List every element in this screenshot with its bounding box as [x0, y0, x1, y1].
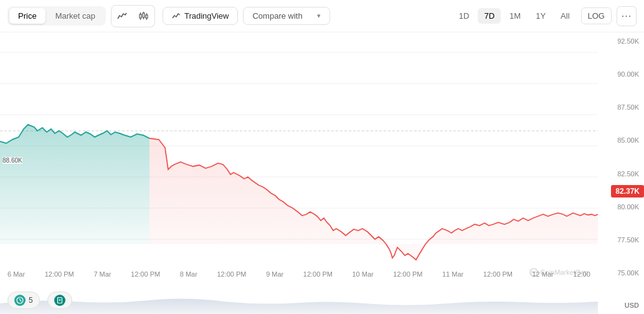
tab-price[interactable]: Price [9, 8, 45, 24]
candle-chart-icon [138, 11, 148, 21]
y-label-5: 80.00K [600, 203, 639, 211]
x-label-12: 12 Mar [533, 270, 554, 278]
toolbar: Price Market cap [0, 0, 644, 32]
clock-badge[interactable]: 5 [7, 292, 40, 309]
y-label-4: 82.50K [600, 170, 639, 178]
start-price-label: 88.60K [2, 157, 22, 164]
time-all-btn[interactable]: All [554, 8, 575, 24]
x-label-5: 12:00 PM [217, 270, 246, 278]
y-label-0: 92.50K [600, 37, 639, 45]
trading-view-label: TradingView [184, 11, 229, 21]
doc-badge-icon [54, 295, 65, 306]
time-7d-btn[interactable]: 7D [478, 8, 501, 24]
svg-rect-3 [143, 13, 144, 17]
svg-line-22 [20, 300, 22, 302]
y-label-6: 77.50K [600, 236, 639, 244]
time-period-group: 1D 7D 1M 1Y All [453, 8, 576, 24]
compare-with-btn[interactable]: Compare with ▾ [243, 7, 330, 25]
bottom-badges: 5 [7, 292, 72, 309]
chart-container: 92.50K 90.00K 87.50K 85.00K 82.50K 80.00… [0, 32, 644, 314]
line-chart-icon [117, 11, 127, 21]
svg-rect-6 [146, 15, 148, 18]
x-label-13: 12:00 [573, 270, 590, 278]
x-label-2: 7 Mar [93, 270, 111, 278]
clock-badge-icon [14, 295, 26, 306]
x-label-10: 11 Mar [442, 270, 463, 278]
line-chart-btn[interactable] [111, 5, 133, 27]
x-label-6: 9 Mar [266, 270, 283, 278]
clock-badge-count: 5 [29, 296, 33, 305]
x-label-4: 8 Mar [180, 270, 197, 278]
trading-view-btn[interactable]: TradingView [163, 7, 239, 25]
x-label-0: 6 Mar [7, 270, 25, 278]
more-options-btn[interactable]: ··· [617, 6, 637, 26]
log-btn[interactable]: LOG [581, 7, 612, 24]
chart-style-group [111, 5, 155, 27]
x-label-3: 12:00 PM [131, 270, 160, 278]
y-label-1: 90.00K [600, 70, 639, 78]
x-label-1: 12:00 PM [45, 270, 74, 278]
chevron-down-icon: ▾ [317, 12, 321, 20]
price-chart-svg[interactable] [0, 32, 598, 282]
candle-chart-btn[interactable] [133, 5, 155, 27]
tab-market-cap[interactable]: Market cap [47, 8, 104, 24]
volume-chart [0, 282, 598, 314]
usd-label: USD [625, 302, 639, 309]
y-label-7: 75.00K [600, 269, 639, 277]
doc-badge[interactable] [47, 292, 72, 309]
x-label-9: 12:00 PM [393, 270, 422, 278]
y-axis: 92.50K 90.00K 87.50K 85.00K 82.50K 80.00… [598, 32, 644, 282]
y-label-2: 87.50K [600, 103, 639, 111]
compare-label: Compare with [252, 11, 302, 21]
ellipsis-icon: ··· [622, 11, 632, 22]
x-label-7: 12:00 PM [303, 270, 333, 278]
time-1m-btn[interactable]: 1M [503, 8, 527, 24]
chart-type-tabs: Price Market cap [7, 6, 106, 26]
trading-view-icon [172, 12, 181, 21]
time-1y-btn[interactable]: 1Y [529, 8, 552, 24]
x-label-11: 12:00 PM [483, 270, 513, 278]
x-axis: 6 Mar 12:00 PM 7 Mar 12:00 PM 8 Mar 12:0… [0, 267, 598, 282]
y-label-3: 85.00K [600, 136, 639, 144]
time-1d-btn[interactable]: 1D [453, 8, 476, 24]
current-price-tag: 82.37K [611, 185, 644, 197]
x-label-8: 10 Mar [353, 270, 374, 278]
svg-rect-0 [140, 14, 141, 18]
